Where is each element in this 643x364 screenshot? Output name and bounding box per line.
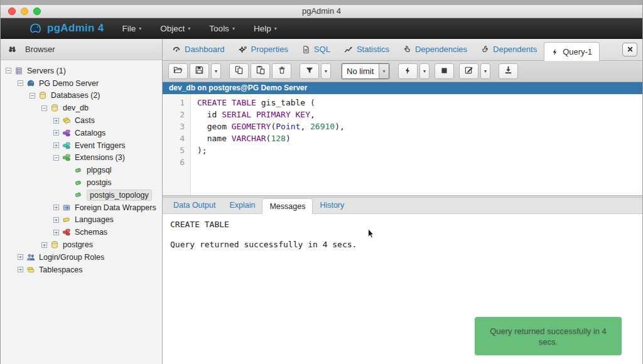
zoom-window-button[interactable] bbox=[33, 8, 41, 15]
tree-item-label: Catalogs bbox=[75, 129, 105, 137]
save-button[interactable] bbox=[190, 63, 209, 79]
tree-item-servers-1[interactable]: −Servers (1) bbox=[1, 65, 162, 77]
tree-item-label: postgis bbox=[87, 178, 112, 187]
delete-button[interactable] bbox=[272, 63, 291, 79]
expand-expander-icon[interactable]: + bbox=[53, 230, 59, 235]
copy-button[interactable] bbox=[229, 63, 249, 79]
tab-dependencies[interactable]: Dependencies bbox=[396, 38, 474, 60]
collapse-expander-icon[interactable]: − bbox=[6, 68, 11, 73]
expand-expander-icon[interactable]: + bbox=[18, 267, 23, 272]
close-window-button[interactable] bbox=[8, 8, 16, 15]
line-number: 6 bbox=[163, 156, 190, 168]
tree-item-databases-2[interactable]: −Databases (2) bbox=[1, 90, 162, 102]
tree-item-login-group-roles[interactable]: +Login/Group Roles bbox=[1, 251, 162, 264]
database-icon bbox=[50, 240, 60, 250]
caret-down-icon: ▾ bbox=[215, 68, 217, 74]
menu-label: Help bbox=[254, 24, 271, 33]
tree-item-schemas[interactable]: +Schemas bbox=[1, 226, 162, 238]
row-limit-select[interactable]: No limit▾ bbox=[342, 63, 389, 79]
success-toast[interactable]: Query returned successfully in 4 secs. bbox=[475, 317, 622, 355]
sql-doc-icon bbox=[302, 45, 310, 54]
tree-item-label: postgres bbox=[63, 240, 93, 249]
edit-button[interactable] bbox=[459, 63, 478, 79]
line-number: 5 bbox=[163, 144, 190, 156]
filter-button[interactable] bbox=[300, 63, 319, 79]
traffic-lights bbox=[8, 8, 41, 15]
output-tab-data-output[interactable]: Data Output bbox=[166, 197, 222, 213]
tree-item-dev-db[interactable]: −dev_db bbox=[1, 102, 162, 114]
tab-dependents[interactable]: Dependents bbox=[474, 38, 544, 60]
tree-item-postgis-topology[interactable]: postgis_topology bbox=[1, 189, 162, 201]
tab-properties[interactable]: Properties bbox=[232, 38, 295, 60]
edit-menu-button[interactable]: ▾ bbox=[480, 63, 490, 79]
browser-header-label: Browser bbox=[25, 45, 55, 54]
collapse-expander-icon[interactable]: − bbox=[18, 80, 23, 86]
tree-item-languages[interactable]: +Languages bbox=[1, 214, 162, 227]
execute-button[interactable] bbox=[398, 63, 418, 79]
tree-item-tablespaces[interactable]: +Tablespaces bbox=[1, 264, 162, 276]
tab-label: Properties bbox=[251, 45, 288, 54]
expand-expander-icon[interactable]: + bbox=[53, 142, 59, 148]
main-panel: DashboardPropertiesSQLStatisticsDependen… bbox=[163, 39, 642, 364]
collapse-expander-icon[interactable]: − bbox=[41, 105, 47, 111]
pgadmin-navbar: pgAdmin 4 File▾Object▾Tools▾Help▾ bbox=[1, 18, 642, 39]
menu-help[interactable]: Help▾ bbox=[244, 24, 286, 33]
output-tab-messages[interactable]: Messages bbox=[262, 198, 313, 214]
editor-line: 6 bbox=[163, 156, 642, 168]
sql-editor[interactable]: 1CREATE TABLE gis_table (2 id SERIAL PRI… bbox=[163, 94, 642, 195]
tree-item-label: Schemas bbox=[75, 228, 107, 237]
menu-file[interactable]: File▾ bbox=[113, 24, 151, 33]
statistics-icon bbox=[344, 45, 353, 54]
event-triggers-icon bbox=[62, 141, 72, 150]
open-file-button[interactable] bbox=[168, 63, 188, 79]
output-tab-label: Explain bbox=[229, 201, 255, 210]
tree-item-pg-demo-server[interactable]: −PG Demo Server bbox=[1, 77, 162, 90]
stop-icon bbox=[440, 66, 448, 77]
message-line bbox=[170, 230, 635, 240]
close-panel-button[interactable] bbox=[622, 43, 637, 56]
execute-menu-button[interactable]: ▾ bbox=[419, 63, 430, 79]
stop-button[interactable] bbox=[435, 63, 454, 79]
output-tab-label: History bbox=[320, 201, 344, 210]
tree-item-event-triggers[interactable]: +Event Triggers bbox=[1, 139, 162, 152]
save-menu-button[interactable]: ▾ bbox=[211, 63, 221, 79]
expand-expander-icon[interactable]: + bbox=[53, 130, 59, 136]
collapse-expander-icon[interactable]: − bbox=[53, 155, 59, 161]
tab-label: Dependencies bbox=[415, 45, 467, 54]
tab-dashboard[interactable]: Dashboard bbox=[165, 38, 232, 60]
tree-item-plpgsql[interactable]: plpgsql bbox=[1, 164, 162, 176]
paste-button[interactable] bbox=[251, 63, 270, 79]
menu-object[interactable]: Object▾ bbox=[151, 24, 200, 33]
tree-item-label: dev_db bbox=[63, 104, 89, 112]
tab-label: SQL bbox=[314, 45, 330, 54]
output-tab-explain[interactable]: Explain bbox=[222, 197, 262, 213]
collapse-expander-icon[interactable]: − bbox=[30, 93, 35, 99]
tree-item-label: Servers (1) bbox=[27, 67, 66, 75]
menu-tools[interactable]: Tools▾ bbox=[200, 24, 244, 33]
download-button[interactable] bbox=[499, 63, 518, 79]
tree-item-postgres[interactable]: +postgres bbox=[1, 238, 162, 251]
code-text: geom GEOMETRY(Point, 26910), bbox=[190, 120, 345, 132]
tab-label: Dependents bbox=[493, 45, 537, 54]
tree-item-extensions-3[interactable]: −Extensions (3) bbox=[1, 152, 162, 164]
expand-expander-icon[interactable]: + bbox=[41, 242, 47, 248]
tab-label: Query-1 bbox=[563, 47, 592, 56]
expand-expander-icon[interactable]: + bbox=[53, 217, 59, 223]
tree-item-catalogs[interactable]: +Catalogs bbox=[1, 127, 162, 139]
expand-expander-icon[interactable]: + bbox=[53, 205, 59, 210]
tree-item-postgis[interactable]: postgis bbox=[1, 176, 162, 189]
browser-sidebar: Browser −Servers (1)−PG Demo Server−Data… bbox=[1, 39, 163, 364]
tree-item-label: postgis_topology bbox=[87, 190, 152, 201]
expand-expander-icon[interactable]: + bbox=[18, 254, 23, 260]
object-browser-tree: −Servers (1)−PG Demo Server−Databases (2… bbox=[1, 60, 162, 276]
minimize-window-button[interactable] bbox=[21, 8, 28, 15]
tree-item-foreign-data-wrappers[interactable]: +Foreign Data Wrappers bbox=[1, 201, 162, 214]
filter-menu-button[interactable]: ▾ bbox=[321, 63, 331, 79]
tab-sql[interactable]: SQL bbox=[295, 38, 337, 60]
tree-item-casts[interactable]: +Casts bbox=[1, 114, 162, 127]
tablespaces-icon bbox=[26, 265, 36, 274]
tab-statistics[interactable]: Statistics bbox=[337, 38, 396, 60]
expand-expander-icon[interactable]: + bbox=[53, 118, 59, 124]
tab-query-1[interactable]: Query-1 bbox=[544, 42, 600, 61]
output-tab-history[interactable]: History bbox=[313, 197, 351, 213]
